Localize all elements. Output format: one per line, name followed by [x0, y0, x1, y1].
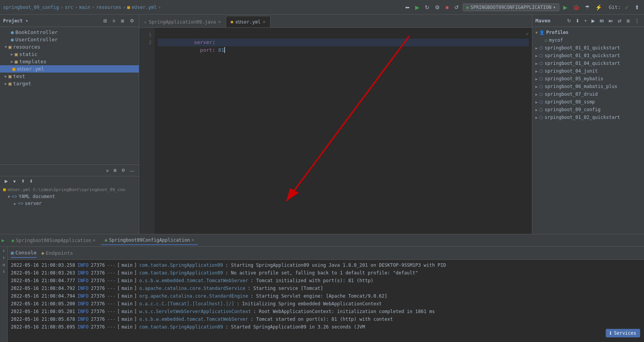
- structure-yaml-doc[interactable]: ▼ <> YAML document: [3, 193, 136, 200]
- tab-yaml-close[interactable]: ✕: [263, 19, 266, 24]
- thread-4: main: [121, 293, 133, 300]
- msg-1: : No active profile set, falling back to…: [225, 269, 418, 276]
- maven-m-btn[interactable]: m: [598, 17, 605, 24]
- struct-btn2[interactable]: ≣: [112, 167, 118, 174]
- proj-label-7: springboot_08_ssmp: [545, 99, 595, 105]
- tid-2: 27376: [91, 277, 105, 284]
- maven-refresh-btn[interactable]: ↻: [566, 17, 572, 24]
- tree-item-static[interactable]: ▶ ▣ static: [0, 51, 139, 58]
- tab-euser-yml[interactable]: ■ eUser.yml ✕: [226, 16, 271, 27]
- tree-item-target[interactable]: ▶ ▣ target: [0, 80, 139, 87]
- cbracket-4: ]: [134, 293, 137, 300]
- profile-btn[interactable]: ⚡: [594, 3, 603, 11]
- struct-btn1[interactable]: ≡: [105, 167, 110, 174]
- download-console-icon[interactable]: ⬇: [2, 269, 5, 274]
- proj-icon-3: ⬡: [539, 69, 543, 74]
- run-tab-ssmp-close[interactable]: ✕: [93, 238, 95, 243]
- console-output[interactable]: 2022-05-16 21:08:03.258 INFO 27376 --- […: [8, 260, 644, 342]
- tree-item-book-controller[interactable]: ● BookController: [0, 29, 139, 36]
- endpoints-tab[interactable]: ◈ Endpoints: [41, 249, 73, 257]
- maven-project-4[interactable]: ▶ ⬡ springboot_05_mybatis: [532, 75, 644, 83]
- maven-add-btn[interactable]: +: [583, 17, 588, 24]
- maven-skip-btn[interactable]: ⏭: [607, 17, 615, 24]
- breadcrumb-part3[interactable]: main: [79, 5, 90, 10]
- tree-item-resources[interactable]: ▼ ▣ resources: [0, 43, 139, 51]
- sep-7: ---: [107, 316, 116, 323]
- sidebar-icon1[interactable]: ⊞: [102, 17, 109, 24]
- struct-up-btn[interactable]: ⬆: [20, 178, 26, 185]
- resources-label: resources: [13, 44, 40, 50]
- logger-3: o.apache.catalina.core.StandardService: [139, 285, 245, 292]
- reload-btn[interactable]: ↺: [453, 3, 460, 11]
- run-tab-config-close[interactable]: ✕: [192, 237, 194, 242]
- structure-server[interactable]: ▶ <> server: [3, 200, 136, 207]
- maven-options-btn[interactable]: ⋮: [633, 17, 641, 24]
- thread-1: main: [121, 269, 133, 276]
- maven-sync-btn[interactable]: ⇄: [616, 17, 623, 24]
- maven-run-btn[interactable]: ▶: [590, 17, 596, 24]
- filter-icon[interactable]: ≡: [2, 262, 5, 268]
- console-tab[interactable]: ▣ Console: [11, 248, 37, 258]
- maven-project-0[interactable]: ▶ ⬡ springboot_01_01_quickstart: [532, 44, 644, 52]
- ts-4: 2022-05-16 21:08:04.794: [11, 293, 75, 300]
- tab-spring-application[interactable]: ☕ SpringApplication09.java ✕: [139, 16, 226, 27]
- profiles-label: Profiles: [546, 30, 569, 35]
- sep-6: ---: [107, 308, 116, 315]
- maven-project-8[interactable]: ▶ ⬡ springboot_09_config: [532, 106, 644, 113]
- maven-collapse-btn[interactable]: ≣: [625, 17, 632, 24]
- yaml-brackets-icon: <>: [12, 194, 17, 199]
- tree-item-user-controller[interactable]: ● UserController: [0, 36, 139, 43]
- services-badge[interactable]: ℹ Services: [606, 329, 640, 337]
- ts-8: 2022-05-16 21:08:05.695: [11, 323, 75, 330]
- proj-arrow-2: ▶: [535, 61, 538, 66]
- tree-item-test[interactable]: ▶ ▣ test: [0, 73, 139, 80]
- run-tab-ssmp[interactable]: ◉ Springboot08SsmpApplication ✕: [8, 236, 99, 245]
- run-tab-config[interactable]: ◉ Springboot09ConfigApplication ✕: [101, 236, 198, 245]
- scroll-up-icon[interactable]: ⬆: [2, 248, 5, 254]
- debug-btn[interactable]: 🐞: [571, 3, 581, 11]
- coverage-btn[interactable]: ☂: [583, 3, 591, 11]
- line-num-2: 2: [139, 39, 152, 46]
- sidebar-settings[interactable]: ⚙: [128, 17, 136, 24]
- run-config[interactable]: ◉ SPRINGBOOT09CONFIGAPPLICATION ▾: [463, 3, 559, 11]
- breadcrumb-part5[interactable]: eUser.yml: [131, 5, 157, 10]
- level-6: INFO: [77, 308, 89, 315]
- breadcrumb-part2[interactable]: src: [65, 5, 73, 10]
- settings-btn[interactable]: ⚙: [433, 3, 441, 11]
- struct-settings[interactable]: ⚙: [120, 167, 127, 174]
- struct-collapse-btn[interactable]: ▼: [11, 178, 18, 185]
- breadcrumb-part4[interactable]: resources: [96, 5, 121, 10]
- sidebar-icon2[interactable]: ≡: [111, 17, 117, 24]
- refresh-btn[interactable]: ↻: [423, 3, 431, 11]
- struct-expand-btn[interactable]: ▶: [3, 178, 9, 185]
- run-config-arrow: ▾: [553, 5, 555, 10]
- maven-mycof-item[interactable]: ☑ mycof: [532, 36, 644, 44]
- struct-close[interactable]: —: [128, 167, 136, 174]
- maven-profiles-section[interactable]: ▼ 👤 Profiles: [532, 29, 644, 36]
- tab-java-close[interactable]: ✕: [218, 19, 221, 24]
- maven-project-3[interactable]: ▶ ⬡ springboot_04_junit: [532, 67, 644, 75]
- code-lines[interactable]: server: port: 81: [155, 28, 532, 234]
- stop-btn[interactable]: ■: [444, 3, 450, 11]
- run-all-btn[interactable]: ▶: [414, 3, 421, 11]
- sidebar-icon3[interactable]: ≣: [119, 17, 126, 24]
- maven-download-btn[interactable]: ⬇: [574, 17, 581, 24]
- tree-item-euser-yml[interactable]: ■ eUser.yml: [0, 65, 139, 73]
- git-check-btn[interactable]: ✓: [623, 3, 631, 11]
- breadcrumb-part1[interactable]: springboot_09_config: [3, 5, 59, 10]
- tree-item-templates[interactable]: ▶ ▣ templates: [0, 58, 139, 65]
- static-label: static: [19, 51, 37, 57]
- editor-content[interactable]: 1 2 server: port: 81 ✓: [139, 28, 532, 234]
- maven-project-1[interactable]: ▶ ⬡ springboot_01_03_quickstart: [532, 52, 644, 59]
- git-arrow-btn[interactable]: ⬆: [633, 3, 641, 11]
- struct-down-btn[interactable]: ⬇: [28, 178, 34, 185]
- back-btn[interactable]: ⬅: [404, 3, 411, 11]
- maven-project-7[interactable]: ▶ ⬡ springboot_08_ssmp: [532, 98, 644, 106]
- maven-project-9[interactable]: ▶ ⬡ srpingboot_01_02_quickstart: [532, 113, 644, 121]
- scroll-down-icon[interactable]: ⬇: [2, 255, 5, 261]
- run-btn[interactable]: ▶: [562, 3, 569, 11]
- tid-8: 27376: [91, 323, 105, 330]
- maven-project-2[interactable]: ▶ ⬡ springboot_01_04_quickstart: [532, 59, 644, 67]
- maven-project-6[interactable]: ▶ ⬡ springboot_07_druid: [532, 90, 644, 98]
- maven-project-5[interactable]: ▶ ⬡ springboot_06_mabatis_plus: [532, 83, 644, 90]
